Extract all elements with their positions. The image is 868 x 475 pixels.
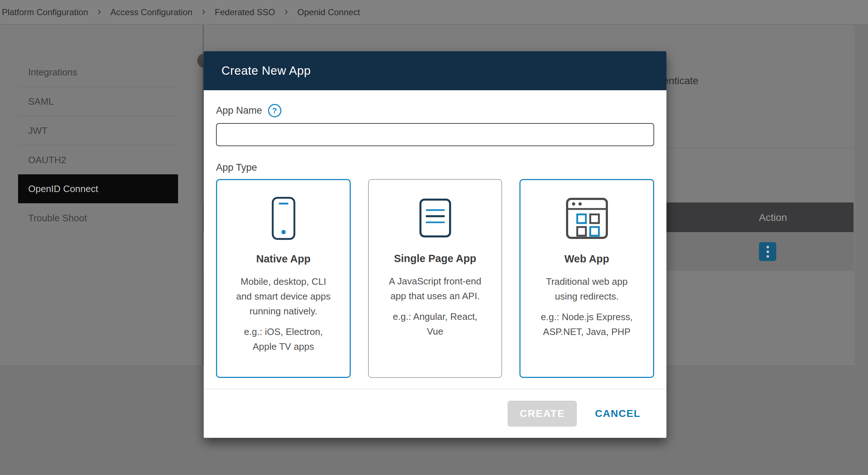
card-example-line: e.g.: Node.js Express, — [521, 310, 653, 324]
screen: Platform Configuration › Access Configur… — [0, 0, 868, 475]
app-type-label: App Type — [216, 162, 654, 173]
card-description-line: and smart device apps — [217, 289, 350, 304]
app-type-card-single-page-app[interactable]: Single Page App A JavaScript front-end a… — [368, 179, 502, 378]
card-title: Single Page App — [369, 253, 501, 265]
sidebar-item-openid-connect[interactable]: OpenID Connect — [18, 174, 178, 203]
card-description-line: A JavaScript front-end — [369, 274, 501, 289]
breadcrumb-item-access-configuration[interactable]: Access Configuration — [111, 7, 193, 17]
modal-header: Create New App — [204, 51, 666, 90]
card-example: e.g.: iOS, Electron, Apple TV apps — [217, 324, 350, 354]
card-example: e.g.: Node.js Express, ASP.NET, Java, PH… — [521, 310, 653, 339]
card-example-line: e.g.: Angular, React, — [369, 309, 501, 324]
card-description-line: Traditional web app — [521, 274, 653, 289]
cancel-button[interactable]: CANCEL — [595, 404, 640, 423]
chevron-right-icon: › — [202, 6, 206, 17]
create-button[interactable]: CREATE — [508, 401, 577, 427]
card-example-line: e.g.: iOS, Electron, — [217, 324, 350, 339]
card-description-line: running natively. — [217, 304, 350, 319]
chevron-right-icon: › — [98, 6, 101, 17]
breadcrumb-item-platform-configuration[interactable]: Platform Configuration — [2, 7, 88, 17]
chevron-right-icon: › — [284, 6, 288, 17]
app-name-field-row: App Name ? — [216, 104, 654, 117]
help-icon[interactable]: ? — [268, 104, 281, 117]
modal-title: Create New App — [221, 64, 311, 78]
modal-body: App Name ? App Type Native App — [204, 104, 666, 378]
card-description: Traditional web app using redirects. — [521, 274, 653, 304]
kebab-menu-icon — [766, 255, 769, 258]
sidebar: Integrations SAML JWT OAUTH2 OpenID Conn… — [18, 58, 178, 232]
app-name-input[interactable] — [216, 123, 654, 146]
sidebar-item-jwt[interactable]: JWT — [18, 116, 178, 145]
sidebar-item-saml[interactable]: SAML — [18, 87, 178, 116]
mobile-phone-icon — [217, 197, 350, 240]
breadcrumb: Platform Configuration › Access Configur… — [0, 0, 868, 25]
card-description-line: using redirects. — [521, 289, 653, 304]
kebab-menu-icon — [766, 250, 769, 253]
breadcrumb-item-federated-sso[interactable]: Federated SSO — [215, 7, 275, 17]
sidebar-item-oauth2[interactable]: OAUTH2 — [18, 145, 178, 174]
breadcrumb-item-openid-connect[interactable]: Openid Connect — [297, 7, 360, 17]
card-description: Mobile, desktop, CLI and smart device ap… — [217, 274, 350, 319]
browser-window-icon — [521, 197, 653, 240]
table-header-action: Action — [740, 212, 806, 223]
create-new-app-modal: Create New App App Name ? App Type — [204, 51, 666, 438]
card-title: Native App — [217, 253, 350, 265]
card-description-line: app that uses an API. — [369, 289, 501, 304]
card-description-line: Mobile, desktop, CLI — [217, 274, 350, 289]
row-actions-kebab-button[interactable] — [759, 242, 776, 261]
card-title: Web App — [521, 253, 653, 265]
card-example-line: Apple TV apps — [217, 339, 350, 354]
card-example-line: Vue — [369, 324, 501, 339]
app-type-cards: Native App Mobile, desktop, CLI and smar… — [216, 179, 654, 378]
card-description: A JavaScript front-end app that uses an … — [369, 274, 501, 304]
sidebar-item-integrations[interactable]: Integrations — [18, 58, 178, 87]
kebab-menu-icon — [766, 246, 769, 248]
document-icon — [369, 196, 501, 240]
app-type-card-native-app[interactable]: Native App Mobile, desktop, CLI and smar… — [216, 179, 351, 378]
card-example: e.g.: Angular, React, Vue — [369, 309, 501, 339]
modal-footer: CREATE CANCEL — [204, 389, 666, 438]
app-name-label: App Name — [216, 105, 262, 116]
app-type-card-web-app[interactable]: Web App Traditional web app using redire… — [519, 179, 654, 378]
card-example-line: ASP.NET, Java, PHP — [521, 324, 653, 339]
sidebar-item-trouble-shoot[interactable]: Trouble Shoot — [18, 204, 178, 232]
